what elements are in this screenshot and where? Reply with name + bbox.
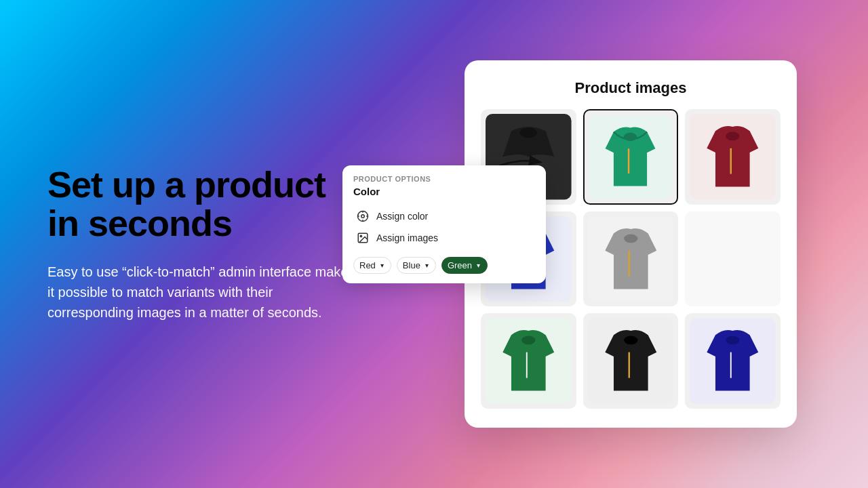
- hoodie-img-8: [588, 318, 674, 404]
- tag-blue[interactable]: Blue ▾: [397, 257, 436, 274]
- hoodie-img-9: [690, 318, 776, 404]
- svg-point-7: [624, 133, 637, 141]
- image-cell-5[interactable]: [583, 211, 679, 307]
- image-cell-8[interactable]: [583, 313, 679, 409]
- card-title: Product images: [481, 79, 781, 97]
- svg-point-3: [360, 235, 361, 237]
- tag-green[interactable]: Green ▾: [441, 257, 488, 274]
- svg-point-5: [520, 127, 537, 138]
- svg-point-15: [521, 336, 535, 345]
- palette-icon: [356, 209, 370, 223]
- assign-images-label: Assign images: [376, 232, 438, 243]
- image-cell-3[interactable]: [685, 109, 781, 205]
- tag-red-label: Red: [359, 260, 376, 270]
- tag-green-label: Green: [448, 260, 472, 270]
- image-cell-6[interactable]: [685, 211, 781, 307]
- hoodie-img-2: [589, 115, 672, 199]
- svg-point-13: [624, 234, 637, 243]
- image-icon: [356, 231, 370, 245]
- context-menu: Product options Color Assign color: [342, 165, 546, 283]
- assign-color-label: Assign color: [376, 211, 428, 222]
- hoodie-img-5: [588, 216, 674, 302]
- chevron-down-icon: ▾: [425, 262, 429, 269]
- image-cell-9[interactable]: [685, 313, 781, 409]
- context-menu-title: Product options: [353, 175, 535, 183]
- svg-point-19: [726, 336, 740, 345]
- image-cell-2[interactable]: [583, 109, 679, 205]
- right-panel: Product options Color Assign color: [441, 60, 821, 428]
- color-tags: Red ▾ Blue ▾ Green ▾: [353, 257, 535, 274]
- subtext: Easy to use “click-to-match” admin inter…: [47, 262, 359, 323]
- hoodie-img-3: [690, 114, 776, 200]
- tag-red[interactable]: Red ▾: [353, 257, 391, 274]
- assign-color-item[interactable]: Assign color: [353, 205, 535, 227]
- chevron-down-icon: ▾: [477, 262, 480, 269]
- hoodie-img-7: [486, 318, 572, 404]
- tag-blue-label: Blue: [403, 260, 420, 270]
- svg-point-9: [726, 132, 740, 141]
- context-menu-color-label: Color: [353, 186, 535, 197]
- svg-point-17: [624, 336, 637, 345]
- image-cell-7[interactable]: [481, 313, 576, 409]
- svg-point-1: [361, 215, 365, 218]
- main-content: Set up a productin seconds Easy to use “…: [0, 0, 868, 488]
- assign-images-item[interactable]: Assign images: [353, 227, 535, 249]
- chevron-down-icon: ▾: [380, 262, 384, 269]
